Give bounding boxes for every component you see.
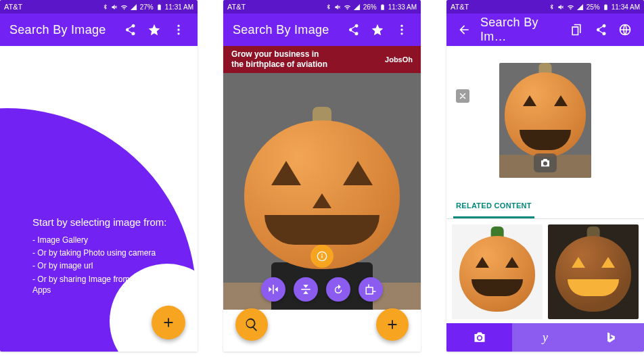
- ad-text: Grow your business in the birthplace of …: [231, 49, 327, 70]
- carrier-label: AT&T: [4, 3, 22, 11]
- share-icon[interactable]: [589, 18, 613, 42]
- wifi-icon: [120, 3, 128, 11]
- intro-heading: Start by selecting image from:: [32, 216, 184, 228]
- clock: 11:34 AM: [612, 3, 640, 11]
- mute-icon: [334, 3, 342, 11]
- clock: 11:33 AM: [388, 3, 417, 11]
- bottom-nav: y: [446, 323, 644, 352]
- status-right: 26% 11:33 AM: [325, 3, 417, 11]
- battery-pct: 27%: [140, 3, 154, 11]
- status-bar: AT&T 27% 11:31 AM: [0, 0, 198, 14]
- screenshot-results: AT&T 25% 11:34 AM Search By Im…: [446, 0, 644, 352]
- globe-button[interactable]: [613, 18, 637, 42]
- svg-rect-7: [321, 256, 322, 258]
- rotate-button[interactable]: [326, 277, 350, 302]
- carrier-label: AT&T: [451, 3, 469, 11]
- battery-icon: [156, 3, 162, 11]
- status-right: 27% 11:31 AM: [101, 3, 193, 11]
- globe-icon: [618, 23, 632, 37]
- flip-v-icon: [300, 283, 312, 295]
- flip-horizontal-button[interactable]: [261, 277, 285, 302]
- fab-row: [223, 311, 421, 352]
- clock: 11:31 AM: [165, 3, 193, 11]
- wifi-icon: [567, 3, 574, 11]
- battery-icon: [603, 3, 609, 11]
- screenshot-editor: AT&T 26% 11:33 AM Search By Image Grow y…: [223, 0, 421, 352]
- signal-icon: [130, 3, 137, 11]
- signal-icon: [576, 3, 584, 11]
- battery-pct: 25%: [586, 3, 600, 11]
- query-thumbnail[interactable]: [499, 63, 591, 178]
- flip-h-icon: [267, 283, 279, 295]
- lens-button[interactable]: [534, 153, 557, 172]
- intro-line: - Or by taking Photo using camera: [32, 247, 184, 258]
- star-icon[interactable]: [365, 18, 390, 42]
- arrow-back-icon: [457, 23, 471, 37]
- share-icon[interactable]: [341, 18, 365, 42]
- battery-pct: 26%: [363, 3, 377, 11]
- app-bar: Search By Image: [223, 14, 421, 46]
- back-button[interactable]: [452, 18, 476, 42]
- screenshot-home: AT&T 27% 11:31 AM Search By Image Start …: [0, 0, 198, 352]
- overflow-icon[interactable]: [166, 18, 191, 42]
- info-icon: [317, 251, 327, 262]
- results-grid: [446, 219, 644, 319]
- svg-point-3: [400, 25, 402, 27]
- nav-lens[interactable]: [446, 323, 512, 352]
- ad-brand: JobsOh: [385, 55, 413, 64]
- svg-point-0: [177, 25, 179, 27]
- image-preview: [223, 73, 421, 310]
- star-icon[interactable]: [142, 18, 166, 42]
- mute-icon: [111, 3, 118, 11]
- svg-point-2: [177, 32, 179, 34]
- flip-vertical-button[interactable]: [294, 277, 318, 302]
- close-button[interactable]: [456, 89, 469, 103]
- add-fab[interactable]: [376, 308, 409, 341]
- crop-icon: [365, 283, 377, 295]
- copy-button[interactable]: [564, 18, 589, 42]
- ad-banner[interactable]: Grow your business in the birthplace of …: [223, 46, 421, 73]
- tool-row: [261, 277, 383, 302]
- battery-icon: [380, 3, 386, 11]
- carrier-label: AT&T: [227, 3, 246, 11]
- nav-bing[interactable]: [578, 323, 644, 352]
- svg-point-4: [400, 28, 402, 30]
- crop-button[interactable]: [359, 277, 383, 302]
- rotate-icon: [332, 283, 344, 295]
- share-icon[interactable]: [118, 18, 142, 42]
- overflow-icon[interactable]: [390, 18, 414, 42]
- search-icon: [244, 317, 259, 332]
- svg-point-5: [400, 32, 402, 34]
- app-title: Search By Image: [233, 23, 341, 37]
- signal-icon: [353, 3, 361, 11]
- copy-icon: [570, 23, 583, 37]
- svg-point-1: [177, 28, 179, 30]
- app-title: Search By Im…: [480, 16, 564, 44]
- result-item[interactable]: [452, 224, 543, 319]
- svg-point-8: [321, 254, 323, 255]
- plus-icon: [161, 315, 176, 330]
- yahoo-icon: y: [543, 331, 548, 345]
- info-button[interactable]: [310, 245, 334, 268]
- lens-icon: [539, 157, 551, 169]
- add-fab[interactable]: [152, 306, 185, 339]
- bluetooth-icon: [101, 3, 109, 11]
- status-bar: AT&T 26% 11:33 AM: [223, 0, 421, 14]
- bing-icon: [604, 331, 618, 344]
- query-image-area: [446, 46, 644, 195]
- mute-icon: [557, 3, 565, 11]
- search-fab[interactable]: [235, 308, 268, 341]
- plus-icon: [385, 317, 400, 332]
- nav-yahoo[interactable]: y: [512, 323, 578, 352]
- result-item[interactable]: [548, 224, 639, 319]
- app-title: Search By Image: [9, 23, 118, 37]
- app-bar: Search By Image: [0, 14, 198, 46]
- intro-line: - Image Gallery: [32, 235, 184, 245]
- tab-related-content[interactable]: RELATED CONTENT: [453, 195, 534, 218]
- app-bar: Search By Im…: [446, 14, 644, 46]
- lens-icon: [473, 331, 486, 344]
- bluetooth-icon: [325, 3, 332, 11]
- status-bar: AT&T 25% 11:34 AM: [446, 0, 644, 14]
- close-icon: [459, 92, 467, 100]
- status-right: 25% 11:34 AM: [548, 3, 640, 11]
